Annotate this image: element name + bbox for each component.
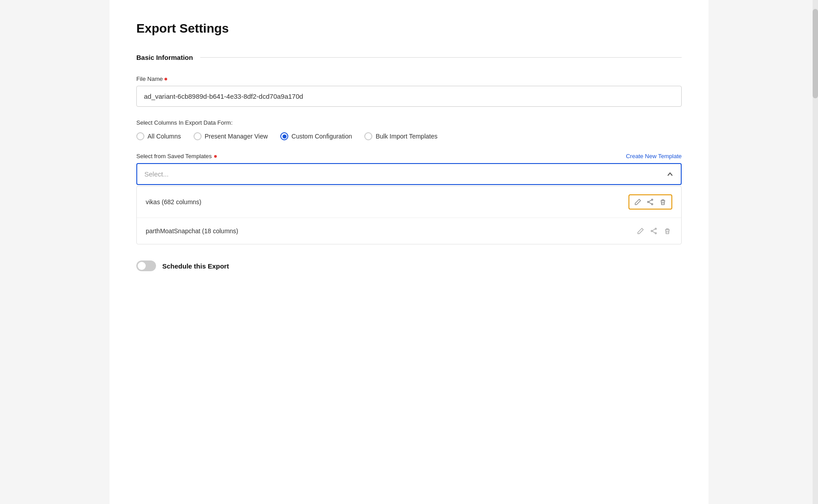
- required-indicator: [164, 78, 167, 80]
- edit-icon-parth[interactable]: [636, 226, 645, 236]
- file-name-label: File Name: [136, 76, 682, 82]
- item-actions-parth: [636, 226, 672, 236]
- radio-option-custom-config[interactable]: Custom Configuration: [280, 132, 352, 140]
- saved-templates-header: Select from Saved Templates Create New T…: [136, 153, 682, 160]
- select-columns-label: Select Columns In Export Data Form:: [136, 119, 682, 126]
- scrollbar-track[interactable]: [813, 0, 818, 504]
- file-name-field-group: File Name: [136, 76, 682, 107]
- radio-circle-all: [136, 132, 144, 140]
- radio-label-bulk: Bulk Import Templates: [375, 133, 437, 140]
- select-dropdown[interactable]: Select...: [136, 163, 682, 185]
- radio-label-custom: Custom Configuration: [291, 133, 352, 140]
- svg-point-0: [652, 199, 653, 201]
- saved-templates-label: Select from Saved Templates: [136, 153, 217, 160]
- svg-point-7: [655, 228, 657, 230]
- saved-templates-required: [214, 155, 217, 158]
- radio-label-present: Present Manager View: [205, 133, 268, 140]
- radio-option-all-columns[interactable]: All Columns: [136, 132, 181, 140]
- svg-line-11: [652, 231, 655, 233]
- svg-line-3: [649, 200, 651, 202]
- create-new-template-link[interactable]: Create New Template: [626, 153, 682, 160]
- basic-info-section-header: Basic Information: [136, 54, 682, 61]
- schedule-toggle[interactable]: [136, 260, 156, 271]
- saved-templates-group: Select from Saved Templates Create New T…: [136, 153, 682, 244]
- dropdown-item-vikas[interactable]: vikas (682 columns): [137, 186, 681, 218]
- svg-point-1: [648, 202, 649, 203]
- item-name-vikas: vikas (682 columns): [146, 198, 202, 206]
- share-icon-vikas[interactable]: [645, 197, 655, 207]
- item-name-parth: parthMoatSnapchat (18 columns): [146, 227, 238, 235]
- schedule-export-row: Schedule this Export: [136, 260, 682, 271]
- svg-line-10: [652, 229, 655, 231]
- scrollbar-thumb[interactable]: [813, 9, 818, 98]
- chevron-up-icon: [666, 171, 674, 178]
- svg-point-8: [651, 231, 653, 232]
- dropdown-item-parth[interactable]: parthMoatSnapchat (18 columns): [137, 218, 681, 244]
- section-divider: [200, 57, 682, 58]
- svg-line-4: [649, 202, 651, 204]
- edit-icon-vikas[interactable]: [633, 197, 643, 207]
- item-actions-vikas-highlighted: [628, 194, 672, 210]
- page-title: Export Settings: [136, 21, 682, 36]
- radio-option-bulk-import[interactable]: Bulk Import Templates: [364, 132, 437, 140]
- delete-icon-parth[interactable]: [662, 226, 672, 236]
- select-columns-group: Select Columns In Export Data Form: All …: [136, 119, 682, 140]
- select-placeholder: Select...: [144, 170, 169, 178]
- delete-icon-vikas[interactable]: [658, 197, 668, 207]
- section-title: Basic Information: [136, 54, 193, 61]
- radio-label-all: All Columns: [148, 133, 181, 140]
- radio-circle-bulk: [364, 132, 372, 140]
- share-icon-parth[interactable]: [649, 226, 659, 236]
- file-name-input[interactable]: [136, 86, 682, 107]
- radio-option-present-manager[interactable]: Present Manager View: [194, 132, 268, 140]
- svg-point-9: [655, 233, 657, 234]
- radio-circle-custom: [280, 132, 288, 140]
- dropdown-list: vikas (682 columns): [136, 186, 682, 244]
- svg-point-2: [652, 204, 653, 205]
- radio-circle-present: [194, 132, 202, 140]
- schedule-label: Schedule this Export: [162, 262, 229, 270]
- radio-options-group: All Columns Present Manager View Custom …: [136, 132, 682, 140]
